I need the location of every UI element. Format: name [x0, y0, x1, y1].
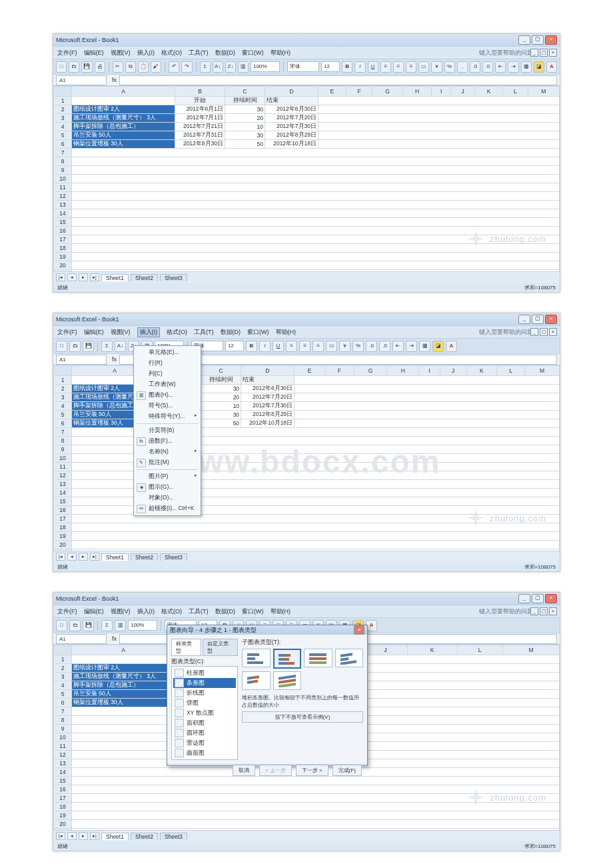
- doc-close[interactable]: ×: [549, 607, 557, 615]
- cell[interactable]: 2012年8月29日: [265, 131, 318, 140]
- col-header[interactable]: M: [525, 366, 560, 376]
- sheet-tab[interactable]: Sheet1: [101, 553, 129, 561]
- col-header[interactable]: D: [241, 366, 295, 376]
- menu-item-function[interactable]: fx函数(F)...: [134, 436, 201, 447]
- sheet-tab[interactable]: Sheet3: [160, 833, 187, 840]
- align-center-icon[interactable]: ≡: [393, 61, 404, 73]
- row-header[interactable]: 20: [54, 820, 72, 829]
- cell[interactable]: 30: [201, 411, 241, 419]
- col-header[interactable]: E: [295, 366, 325, 376]
- sheet-tab[interactable]: Sheet3: [160, 274, 187, 281]
- name-box[interactable]: A1: [56, 355, 107, 365]
- cell[interactable]: 吊兰安装 50人: [72, 131, 175, 140]
- chart-type-item[interactable]: 饼图: [173, 698, 236, 708]
- indent-inc-icon[interactable]: ⇥: [508, 61, 518, 73]
- row-header[interactable]: 18: [54, 803, 72, 811]
- row-header[interactable]: 9: [54, 725, 72, 733]
- sort-desc-icon[interactable]: Z↓: [225, 61, 236, 73]
- tab-nav-last[interactable]: ▸|: [90, 553, 99, 561]
- font-color-icon[interactable]: A: [446, 341, 457, 352]
- col-header[interactable]: M: [528, 87, 559, 97]
- size-combo[interactable]: 12: [321, 61, 340, 72]
- col-header[interactable]: F: [324, 366, 354, 376]
- tab-nav-prev[interactable]: ◂: [67, 273, 77, 281]
- menu-view[interactable]: 视图(V): [111, 328, 131, 337]
- tab-nav-first[interactable]: |◂: [56, 273, 65, 281]
- menu-item-chart[interactable]: ▥图表(H)...: [134, 390, 201, 401]
- minimize-button[interactable]: _: [518, 594, 530, 603]
- doc-restore[interactable]: ▢: [540, 49, 548, 57]
- menu-window[interactable]: 窗口(W): [247, 328, 269, 337]
- close-button[interactable]: ×: [545, 35, 557, 45]
- cell[interactable]: 2012年10月18日: [241, 419, 295, 428]
- align-right-icon[interactable]: ≡: [312, 341, 324, 352]
- col-header[interactable]: A: [72, 645, 175, 655]
- maximize-button[interactable]: ▢: [532, 594, 544, 603]
- indent-inc-icon[interactable]: ⇥: [406, 341, 417, 352]
- cell[interactable]: 2012年7月1日: [175, 114, 225, 123]
- chart-type-list[interactable]: 柱形图 条形图 折线图 饼图 XY 散点图 面积图 圆环图 雷达图 曲面图: [171, 666, 238, 760]
- cell[interactable]: 钢架位置埋板 30人: [72, 699, 175, 707]
- borders-icon[interactable]: ▦: [521, 61, 532, 73]
- underline-icon[interactable]: U: [273, 341, 284, 352]
- row-header[interactable]: 16: [54, 227, 72, 235]
- dec-inc-icon[interactable]: .0: [470, 61, 480, 73]
- row-header[interactable]: 8: [54, 157, 72, 166]
- select-all-corner[interactable]: [54, 87, 72, 97]
- menu-data[interactable]: 数据(D): [215, 49, 236, 57]
- maximize-button[interactable]: ▢: [532, 35, 544, 45]
- col-header[interactable]: B: [175, 87, 225, 97]
- cell[interactable]: 30: [225, 105, 265, 114]
- row-header[interactable]: 7: [54, 707, 72, 716]
- row-header[interactable]: 14: [54, 209, 72, 218]
- row-header[interactable]: 6: [54, 699, 72, 707]
- doc-restore[interactable]: ▢: [540, 607, 548, 615]
- cell[interactable]: 2012年8月30日: [175, 140, 225, 149]
- sheet-tab[interactable]: Sheet1: [101, 833, 129, 840]
- menu-item-object[interactable]: 对象(O)...: [134, 493, 201, 503]
- menu-item-cells[interactable]: 单元格(E)...: [134, 347, 201, 358]
- cell[interactable]: 结束: [265, 97, 318, 105]
- chart-subtype[interactable]: [304, 649, 332, 667]
- col-header[interactable]: J: [440, 366, 466, 376]
- chart-type-item[interactable]: 柱形图: [173, 668, 236, 678]
- doc-minimize[interactable]: _: [530, 607, 538, 615]
- row-header[interactable]: 10: [54, 454, 72, 463]
- row-header[interactable]: 5: [54, 411, 72, 419]
- row-header[interactable]: 19: [54, 811, 72, 820]
- wizard-tab-standard[interactable]: 标准类型: [171, 639, 201, 656]
- chart-subtype[interactable]: [273, 649, 302, 669]
- cell[interactable]: 30: [225, 131, 265, 140]
- menu-item-special-symbol[interactable]: 特殊符号(Y)...: [134, 411, 201, 422]
- col-header[interactable]: K: [407, 645, 457, 655]
- cell[interactable]: 持续时间: [225, 97, 265, 105]
- format-painter-icon[interactable]: 🖌: [151, 61, 161, 73]
- open-icon[interactable]: 🗀: [69, 341, 81, 352]
- chart-type-item[interactable]: 条形图: [173, 678, 236, 688]
- zoom-combo[interactable]: 100%: [251, 61, 280, 72]
- tab-nav-prev[interactable]: ◂: [67, 553, 77, 561]
- row-header[interactable]: 20: [54, 261, 72, 270]
- tab-nav-first[interactable]: |◂: [56, 553, 65, 561]
- col-header[interactable]: L: [457, 645, 502, 655]
- cell[interactable]: 20: [201, 393, 241, 402]
- menu-help[interactable]: 帮助(H): [271, 49, 291, 57]
- fill-color-icon[interactable]: ◪: [534, 61, 544, 73]
- chart-icon[interactable]: ▥: [238, 61, 249, 73]
- row-header[interactable]: 20: [54, 541, 72, 549]
- col-header[interactable]: J: [451, 87, 475, 97]
- formula-input[interactable]: [119, 75, 557, 85]
- col-header[interactable]: A: [72, 87, 175, 97]
- menu-tools[interactable]: 工具(T): [189, 607, 209, 616]
- new-icon[interactable]: □: [56, 61, 67, 73]
- row-header[interactable]: 14: [54, 768, 72, 777]
- font-combo[interactable]: 宋体: [287, 61, 319, 72]
- menu-item-pagebreak[interactable]: 分页符(B): [134, 425, 201, 436]
- menu-insert[interactable]: 插入(I): [137, 327, 161, 337]
- menu-tools[interactable]: 工具(T): [194, 328, 214, 337]
- sum-icon[interactable]: Σ: [101, 620, 113, 631]
- spreadsheet-grid[interactable]: A B C D E F G H I J K L M 1 持续时间 结束 2 图纸…: [53, 365, 560, 551]
- row-header[interactable]: 16: [54, 506, 72, 515]
- cell[interactable]: 2012年7月30日: [241, 402, 295, 411]
- menu-data[interactable]: 数据(D): [221, 328, 241, 337]
